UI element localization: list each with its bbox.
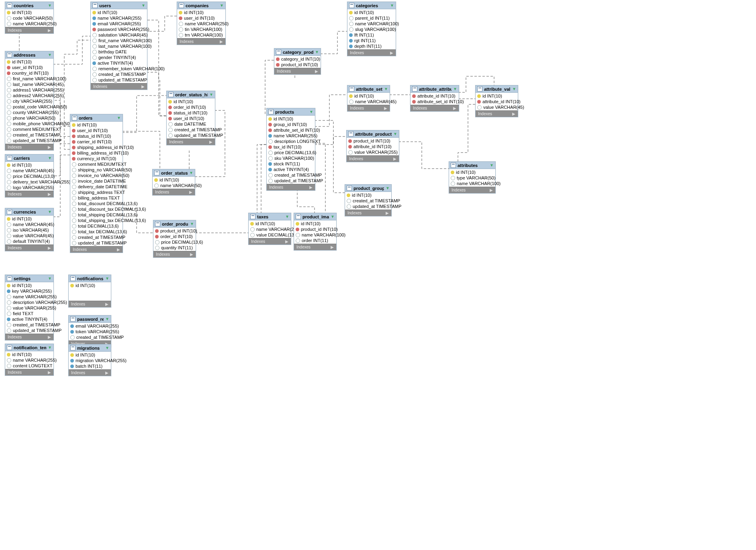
table-orders[interactable]: orders▼id INT(10)user_id INT(10)status_i… <box>70 114 123 253</box>
column-row[interactable]: delivery_text VARCHAR(255) <box>5 179 53 185</box>
indexes-section[interactable]: Indexes▶ <box>449 187 495 193</box>
indexes-section[interactable]: Indexes▶ <box>267 184 315 190</box>
table-header[interactable]: carriers▼ <box>5 155 53 162</box>
collapse-toggle-icon[interactable]: ▼ <box>48 210 52 214</box>
column-row[interactable]: address1 VARCHAR(255) <box>5 87 53 93</box>
table-header[interactable]: attribute_product_value▼ <box>347 130 399 138</box>
table-migrations[interactable]: migrations▼id INT(10)migration VARCHAR(2… <box>68 344 111 376</box>
indexes-section[interactable]: Indexes▶ <box>347 155 399 162</box>
table-notification_templates[interactable]: notification_templates▼id INT(10)name VA… <box>5 344 54 376</box>
column-row[interactable]: name VARCHAR(250) <box>5 21 53 26</box>
column-row[interactable]: value VARCHAR(45) <box>5 233 53 238</box>
column-row[interactable]: attribute_set_id INT(10) <box>411 99 459 104</box>
column-row[interactable]: value VARCHAR(255) <box>347 149 399 155</box>
column-row[interactable]: id INT(10) <box>347 10 396 15</box>
column-row[interactable]: country_id INT(10) <box>5 70 53 76</box>
column-row[interactable]: total_tax DECIMAL(13,6) <box>70 229 123 234</box>
table-header[interactable]: currencies▼ <box>5 208 53 216</box>
column-row[interactable]: trn VARCHAR(100) <box>177 32 225 38</box>
column-row[interactable]: tax_id INT(10) <box>267 144 315 150</box>
indexes-section[interactable]: Indexes▶ <box>153 251 196 257</box>
column-row[interactable]: created_at TIMESTAMP <box>167 127 215 132</box>
column-row[interactable]: status_id INT(10) <box>167 110 215 116</box>
column-row[interactable]: value VARCHAR(45) <box>476 104 518 110</box>
column-row[interactable]: description LONGTEXT <box>267 139 315 144</box>
column-row[interactable]: currency_id INT(10) <box>70 156 123 161</box>
column-row[interactable]: id INT(10) <box>5 216 53 222</box>
column-row[interactable]: created_at TIMESTAMP <box>345 198 391 204</box>
column-row[interactable]: id INT(10) <box>345 192 391 198</box>
collapse-toggle-icon[interactable]: ▼ <box>48 3 52 8</box>
collapse-toggle-icon[interactable]: ▼ <box>190 222 194 226</box>
column-row[interactable]: last_name VARCHAR(100) <box>91 43 147 49</box>
column-row[interactable]: billing_address_id INT(10) <box>70 150 123 156</box>
table-header[interactable]: product_images▼ <box>294 213 336 220</box>
table-header[interactable]: order_statuses▼ <box>153 169 195 177</box>
table-order_status_history[interactable]: order_status_history▼id INT(10)order_id … <box>166 91 215 145</box>
column-row[interactable]: total DECIMAL(13,6) <box>70 223 123 229</box>
table-header[interactable]: taxes▼ <box>249 213 291 220</box>
column-row[interactable]: first_name VARCHAR(100) <box>91 38 147 43</box>
column-row[interactable]: order_id INT(10) <box>167 104 215 110</box>
column-row[interactable]: user_id INT(10) <box>5 65 53 70</box>
erd-canvas[interactable]: countries▼id INT(10)code VARCHAR(50)name… <box>0 0 756 550</box>
collapse-toggle-icon[interactable]: ▼ <box>331 214 335 219</box>
collapse-toggle-icon[interactable]: ▼ <box>141 3 145 8</box>
column-row[interactable]: mobile_phone VARCHAR(50) <box>5 121 53 126</box>
collapse-toggle-icon[interactable]: ▼ <box>512 87 516 91</box>
column-row[interactable]: id INT(10) <box>153 177 195 183</box>
column-row[interactable]: slug VARCHAR(100) <box>347 26 396 32</box>
column-row[interactable]: shipping_address TEXT <box>70 189 123 195</box>
column-row[interactable]: postal_code VARCHAR(50) <box>5 104 53 110</box>
table-attributes[interactable]: attributes▼id INT(10)type VARCHAR(50)nam… <box>449 161 496 194</box>
column-row[interactable]: id INT(10) <box>249 221 291 226</box>
column-row[interactable]: active TINYINT(4) <box>5 316 53 322</box>
column-row[interactable]: field TEXT <box>5 311 53 316</box>
column-row[interactable]: id INT(10) <box>294 221 336 226</box>
column-row[interactable]: total_shipping DECIMAL(13,6) <box>70 212 123 218</box>
indexes-section[interactable]: Indexes▶ <box>347 105 390 111</box>
table-header[interactable]: notification_templates▼ <box>5 344 53 351</box>
column-row[interactable]: id INT(10) <box>476 93 518 99</box>
table-users[interactable]: users▼id INT(10)name VARCHAR(255)email V… <box>90 2 147 90</box>
column-row[interactable]: iso VARCHAR(45) <box>5 227 53 233</box>
collapse-toggle-icon[interactable]: ▼ <box>48 345 52 350</box>
column-row[interactable]: name VARCHAR(255) <box>5 294 53 299</box>
collapse-toggle-icon[interactable]: ▼ <box>315 50 319 54</box>
table-currencies[interactable]: currencies▼id INT(10)name VARCHAR(45)iso… <box>5 208 54 251</box>
table-taxes[interactable]: taxes▼id INT(10)name VARCHAR(255)value D… <box>248 213 291 245</box>
column-row[interactable]: active TINYINT(4) <box>91 60 147 66</box>
column-row[interactable]: updated_at TIMESTAMP <box>70 240 123 246</box>
table-carriers[interactable]: carriers▼id INT(10)name VARCHAR(45)price… <box>5 154 54 198</box>
column-row[interactable]: product_id INT(10) <box>347 138 399 144</box>
column-row[interactable]: active TINYINT(4) <box>267 167 315 172</box>
collapse-toggle-icon[interactable]: ▼ <box>386 186 390 190</box>
column-row[interactable]: remember_token VARCHAR(100) <box>91 66 147 71</box>
column-row[interactable]: depth INT(11) <box>347 43 396 49</box>
indexes-section[interactable]: Indexes▶ <box>5 27 53 33</box>
column-row[interactable]: tin VARCHAR(100) <box>177 26 225 32</box>
column-row[interactable]: product_id INT(10) <box>274 62 321 67</box>
collapse-toggle-icon[interactable]: ▼ <box>490 163 494 167</box>
column-row[interactable]: total_shipping_tax DECIMAL(13,6) <box>70 218 123 223</box>
column-row[interactable]: created_at TIMESTAMP <box>267 172 315 178</box>
column-row[interactable]: updated_at TIMESTAMP <box>167 132 215 138</box>
collapse-toggle-icon[interactable]: ▼ <box>384 87 388 91</box>
column-row[interactable]: stock INT(11) <box>267 161 315 167</box>
column-row[interactable]: email VARCHAR(255) <box>69 323 111 329</box>
column-row[interactable]: updated_at TIMESTAMP <box>5 328 53 333</box>
indexes-section[interactable]: Indexes▶ <box>5 144 53 150</box>
column-row[interactable]: name VARCHAR(100) <box>294 232 336 238</box>
table-products[interactable]: products▼id INT(10)group_id INT(10)attri… <box>266 108 315 191</box>
column-row[interactable]: invoice_no VARCHAR(50) <box>70 173 123 178</box>
table-header[interactable]: settings▼ <box>5 275 53 282</box>
indexes-section[interactable]: Indexes▶ <box>5 244 53 251</box>
column-row[interactable]: user_id INT(10) <box>167 116 215 121</box>
column-row[interactable]: batch INT(11) <box>69 363 111 369</box>
column-row[interactable]: id INT(10) <box>5 10 53 15</box>
column-row[interactable]: comment MEDIUMTEXT <box>70 161 123 167</box>
column-row[interactable]: city VARCHAR(255) <box>5 98 53 104</box>
table-attribute_sets[interactable]: attribute_sets▼id INT(10)name VARCHAR(45… <box>347 85 390 112</box>
column-row[interactable]: name VARCHAR(100) <box>449 181 495 186</box>
indexes-section[interactable]: Indexes▶ <box>5 334 53 340</box>
